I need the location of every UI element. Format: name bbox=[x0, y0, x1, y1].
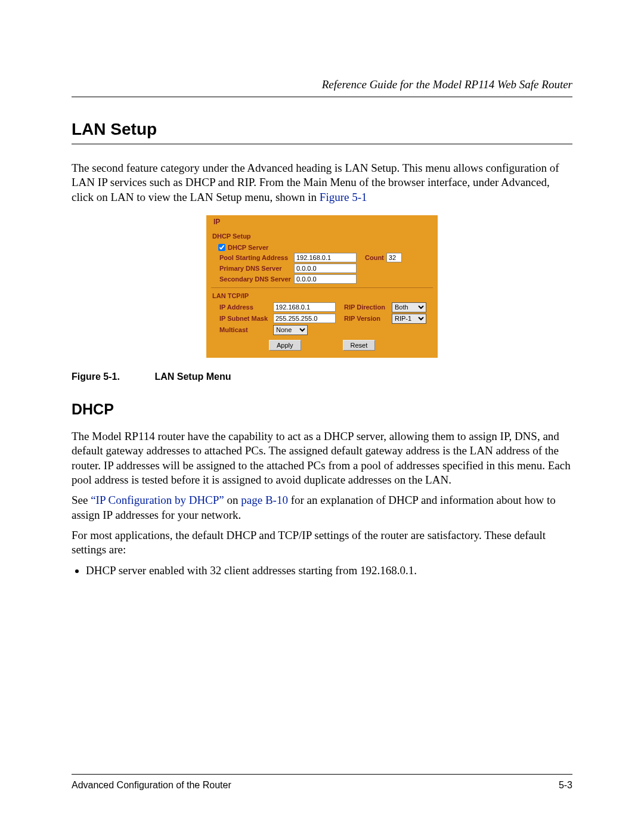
intro-paragraph: The second feature category under the Ad… bbox=[72, 161, 572, 205]
pool-starting-address-label: Pool Starting Address bbox=[219, 253, 294, 262]
dhcp-paragraph-3: For most applications, the default DHCP … bbox=[72, 528, 572, 558]
section-heading-lan-setup: LAN Setup bbox=[72, 119, 572, 140]
figure-5-1: IP DHCP Setup DHCP Server Pool Starting … bbox=[72, 215, 572, 358]
running-header: Reference Guide for the Model RP114 Web … bbox=[72, 78, 572, 92]
panel-separator bbox=[211, 287, 433, 288]
intro-text: The second feature category under the Ad… bbox=[72, 162, 559, 203]
page-b10-link[interactable]: page B-10 bbox=[241, 494, 288, 506]
p2-text-b: on bbox=[224, 494, 242, 506]
tab-ip-label: IP bbox=[213, 218, 220, 226]
ip-address-row: IP Address RIP Direction Both bbox=[212, 302, 432, 312]
dhcp-setup-header: DHCP Setup bbox=[212, 232, 432, 240]
ip-address-label: IP Address bbox=[219, 303, 273, 311]
lan-setup-panel: IP DHCP Setup DHCP Server Pool Starting … bbox=[206, 215, 438, 358]
primary-dns-label: Primary DNS Server bbox=[219, 264, 294, 272]
primary-dns-row: Primary DNS Server bbox=[212, 264, 432, 273]
footer-right: 5-3 bbox=[559, 779, 572, 791]
count-label: Count bbox=[365, 253, 384, 262]
count-input[interactable] bbox=[386, 253, 402, 262]
rip-direction-select[interactable]: Both bbox=[392, 302, 426, 312]
figure-link[interactable]: Figure 5-1 bbox=[320, 191, 367, 203]
pool-starting-address-input[interactable] bbox=[294, 253, 357, 262]
figure-number: Figure 5-1. bbox=[72, 371, 152, 383]
footer-rule bbox=[72, 774, 572, 775]
subnet-row: IP Subnet Mask RIP Version RIP-1 bbox=[212, 314, 432, 324]
p2-text-a: See bbox=[72, 494, 91, 506]
secondary-dns-input[interactable] bbox=[294, 274, 357, 284]
rip-version-label: RIP Version bbox=[344, 314, 389, 323]
secondary-dns-label: Secondary DNS Server bbox=[219, 275, 294, 283]
figure-caption-text: LAN Setup Menu bbox=[154, 371, 231, 382]
button-row: Apply Reset bbox=[269, 340, 432, 351]
tab-ip: IP bbox=[206, 215, 227, 228]
dhcp-server-row: DHCP Server bbox=[212, 243, 432, 252]
rip-version-select[interactable]: RIP-1 bbox=[392, 314, 426, 324]
lan-tcpip-header: LAN TCP/IP bbox=[212, 292, 432, 300]
ip-config-link[interactable]: “IP Configuration by DHCP” bbox=[91, 494, 224, 506]
dhcp-paragraph-1: The Model RP114 router have the capabili… bbox=[72, 429, 572, 487]
dhcp-server-label: DHCP Server bbox=[228, 243, 268, 252]
apply-button[interactable]: Apply bbox=[269, 340, 301, 351]
footer-left: Advanced Configuration of the Router bbox=[72, 779, 231, 791]
dhcp-server-checkbox[interactable] bbox=[218, 244, 225, 251]
page-footer: Advanced Configuration of the Router 5-3 bbox=[72, 774, 572, 791]
ip-address-input[interactable] bbox=[273, 302, 336, 312]
dhcp-paragraph-2: See “IP Configuration by DHCP” on page B… bbox=[72, 493, 572, 522]
heading-rule bbox=[72, 144, 572, 144]
ip-subnet-mask-label: IP Subnet Mask bbox=[219, 314, 273, 323]
subsection-heading-dhcp: DHCP bbox=[72, 400, 572, 419]
default-settings-list: DHCP server enabled with 32 client addre… bbox=[72, 563, 572, 578]
reset-button[interactable]: Reset bbox=[343, 340, 376, 351]
primary-dns-input[interactable] bbox=[294, 264, 357, 273]
multicast-select[interactable]: None bbox=[273, 325, 308, 335]
pool-row: Pool Starting Address Count bbox=[212, 253, 432, 262]
header-rule bbox=[72, 97, 572, 97]
list-item: DHCP server enabled with 32 client addre… bbox=[86, 563, 572, 578]
figure-caption: Figure 5-1. LAN Setup Menu bbox=[72, 371, 572, 383]
ip-subnet-mask-input[interactable] bbox=[273, 314, 336, 323]
secondary-dns-row: Secondary DNS Server bbox=[212, 274, 432, 284]
rip-direction-label: RIP Direction bbox=[344, 303, 389, 311]
multicast-row: Multicast None bbox=[212, 325, 432, 335]
multicast-label: Multicast bbox=[219, 326, 273, 334]
